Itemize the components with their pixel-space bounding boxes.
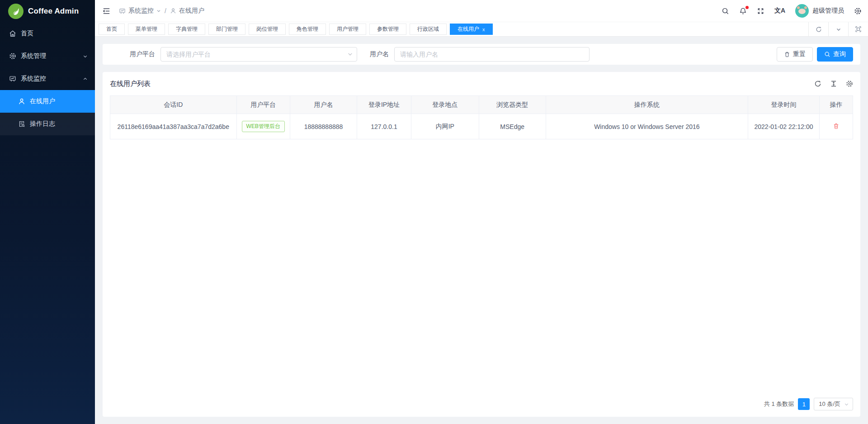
sidebar-item-operation-log[interactable]: 操作日志 [0,113,95,135]
tabs: 首页 菜单管理 字典管理 部门管理 岗位管理 角色管理 用户管理 参数管理 行政… [99,24,808,35]
table-refresh-icon[interactable] [814,80,821,87]
tabbar: 首页 菜单管理 字典管理 部门管理 岗位管理 角色管理 用户管理 参数管理 行政… [95,22,868,37]
col-actions: 操作 [819,96,853,114]
avatar-ear [804,6,807,9]
log-search-icon [18,120,25,128]
table-toolbar [814,80,853,87]
sidebar: Coffee Admin 首页 系统管理 系统监控 [0,0,95,424]
breadcrumb: 系统监控 / 在线用户 [119,7,204,15]
page-size-label: 10 条/页 [819,400,840,408]
app-logo: Coffee Admin [0,0,95,22]
search-icon [824,51,830,57]
pagination-page-1[interactable]: 1 [798,398,810,410]
sidebar-item-label: 在线用户 [30,97,55,105]
settings-gear-icon[interactable] [854,7,862,15]
cell-ip: 127.0.0.1 [357,114,411,139]
sidebar-item-label: 系统管理 [21,52,46,60]
translate-icon[interactable]: 文A [774,7,785,15]
col-username: 用户名 [290,96,357,114]
tab-role-mgmt[interactable]: 角色管理 [289,24,326,35]
column-settings-gear-icon[interactable] [846,80,853,87]
cell-actions [819,114,853,139]
card-title: 在线用户列表 [110,80,151,88]
delete-row-trash-icon[interactable] [833,123,840,129]
form-actions: 重置 查询 [777,47,853,62]
tab-home[interactable]: 首页 [99,24,125,35]
col-login-time: 登录时间 [748,96,820,114]
table-header-row: 会话ID 用户平台 用户名 登录IP地址 登录地点 浏览器类型 操作系统 登录时… [110,96,853,114]
tabs-dropdown-icon[interactable] [828,22,848,36]
sidebar-item-label: 系统监控 [21,75,46,83]
sidebar-collapse-icon[interactable] [102,7,111,15]
notification-dot [745,6,749,9]
main-area: 系统监控 / 在线用户 文 [95,0,868,424]
query-label: 查询 [833,50,846,58]
username-input[interactable] [394,47,590,62]
platform-select[interactable] [160,47,357,62]
cell-browser: MSEdge [479,114,546,139]
user-icon [18,98,25,105]
col-browser: 浏览器类型 [479,96,546,114]
username-label: 超级管理员 [812,7,844,15]
row-density-icon[interactable] [830,80,837,87]
tab-controls [808,22,868,36]
topbar-actions: 文A 超级管理员 [722,4,862,18]
notification-bell-icon[interactable] [739,7,747,15]
app-title: Coffee Admin [28,7,79,16]
gear-icon [9,52,16,60]
card-header: 在线用户列表 [110,72,853,95]
user-menu[interactable]: 超级管理员 [795,4,844,18]
tab-close-icon[interactable]: x [482,27,485,32]
sidebar-menu: 首页 系统管理 系统监控 在线用户 [0,22,95,135]
reset-button[interactable]: 重置 [777,47,813,62]
sidebar-item-home[interactable]: 首页 [0,22,95,45]
search-icon[interactable] [722,7,729,15]
col-ip: 登录IP地址 [357,96,411,114]
tab-dept-mgmt[interactable]: 部门管理 [208,24,245,35]
query-button[interactable]: 查询 [817,47,853,62]
breadcrumb-label: 系统监控 [128,7,154,15]
sidebar-submenu: 在线用户 操作日志 [0,90,95,135]
trash-icon [784,51,790,57]
fullscreen-icon[interactable] [757,7,764,15]
table-row: 26118e6169aa41a387aa3ca7a7d2a6be WEB管理后台… [110,114,853,139]
breadcrumb-item-online-users[interactable]: 在线用户 [170,7,204,15]
tab-param-mgmt[interactable]: 参数管理 [369,24,406,35]
cell-os: Windows 10 or Windows Server 2016 [546,114,748,139]
pagination: 共 1 条数据 1 10 条/页 [110,392,853,417]
sidebar-item-system-mgmt[interactable]: 系统管理 [0,45,95,67]
avatar-ear [797,6,800,9]
breadcrumb-label: 在线用户 [179,7,204,15]
tab-region[interactable]: 行政区域 [410,24,447,35]
col-location: 登录地点 [411,96,479,114]
tab-post-mgmt[interactable]: 岗位管理 [249,24,286,35]
tab-dict-mgmt[interactable]: 字典管理 [168,24,205,35]
cell-platform: WEB管理后台 [236,114,290,139]
tab-label: 在线用户 [458,25,479,33]
cell-location: 内网IP [411,114,479,139]
monitor-icon [9,75,16,82]
search-form-card: 用户平台 用户名 重置 [103,44,860,65]
online-users-card: 在线用户列表 会话ID 用户平台 [103,72,860,417]
col-os: 操作系统 [546,96,748,114]
chevron-down-icon [156,9,161,13]
cell-session-id: 26118e6169aa41a387aa3ca7a7d2a6be [110,114,237,139]
tabs-refresh-icon[interactable] [808,22,828,36]
chevron-up-icon [83,76,88,81]
content-maximize-icon[interactable] [848,22,868,36]
platform-tag: WEB管理后台 [242,121,285,132]
online-users-table: 会话ID 用户平台 用户名 登录IP地址 登录地点 浏览器类型 操作系统 登录时… [110,95,853,139]
sidebar-item-online-users[interactable]: 在线用户 [0,90,95,113]
cell-login-time: 2022-01-02 22:12:00 [748,114,820,139]
avatar [795,4,809,18]
tab-online-users[interactable]: 在线用户 x [450,24,493,35]
col-session-id: 会话ID [110,96,237,114]
platform-form-item: 用户平台 [110,47,357,62]
tab-user-mgmt[interactable]: 用户管理 [329,24,366,35]
platform-label: 用户平台 [110,50,160,58]
sidebar-item-system-monitor[interactable]: 系统监控 [0,67,95,90]
page-size-select[interactable]: 10 条/页 [814,398,853,410]
breadcrumb-item-monitor[interactable]: 系统监控 [119,7,161,15]
tab-menu-mgmt[interactable]: 菜单管理 [128,24,165,35]
monitor-icon [119,8,126,14]
